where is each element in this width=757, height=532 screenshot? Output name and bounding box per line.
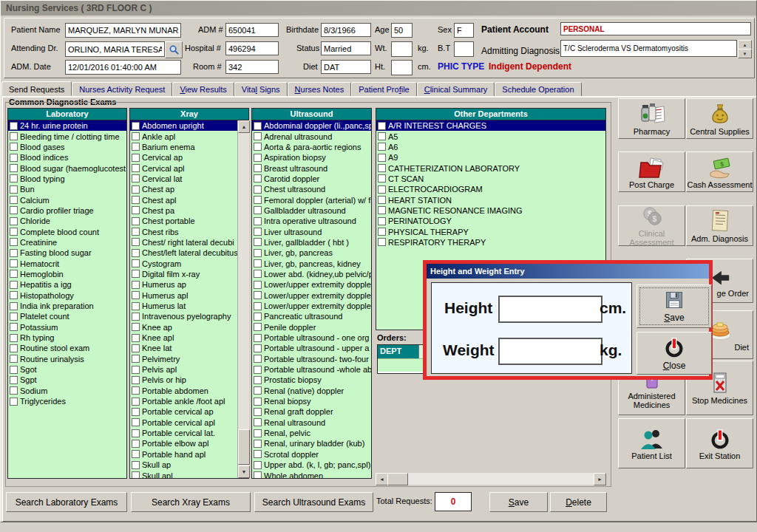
exam-checkbox[interactable] — [254, 196, 262, 204]
exam-item[interactable]: Triglycerides — [8, 396, 126, 406]
search-xray-exams-button[interactable]: Search Xray Exams — [131, 492, 251, 512]
exam-checkbox[interactable] — [378, 196, 386, 204]
exam-item[interactable]: Blood indices — [8, 152, 126, 163]
exam-checkbox[interactable] — [254, 313, 262, 321]
exam-checkbox[interactable] — [132, 408, 140, 416]
exam-item[interactable]: Blood typing — [8, 174, 126, 184]
exam-checkbox[interactable] — [10, 185, 18, 194]
scrollbar-thumb[interactable] — [238, 429, 250, 465]
exam-checkbox[interactable] — [254, 143, 262, 151]
exam-checkbox[interactable] — [10, 249, 18, 257]
exam-checkbox[interactable] — [378, 206, 386, 214]
exam-checkbox[interactable] — [10, 132, 18, 140]
exam-checkbox[interactable] — [254, 154, 262, 162]
exam-item[interactable]: India ink preparation — [8, 301, 126, 311]
exam-checkbox[interactable] — [378, 122, 386, 130]
exam-item[interactable]: Femoral doppler (arterial) w/ f — [252, 194, 371, 205]
exam-item[interactable]: Platelet count — [8, 311, 126, 321]
exam-checkbox[interactable] — [10, 366, 18, 374]
exam-checkbox[interactable] — [10, 323, 18, 331]
exam-checkbox[interactable] — [254, 461, 262, 469]
exam-item[interactable]: Penile doppler — [252, 322, 371, 332]
exam-item[interactable]: Chest apl — [130, 194, 248, 205]
wt-field[interactable] — [391, 41, 413, 57]
exam-checkbox[interactable] — [132, 366, 140, 374]
exam-checkbox[interactable] — [254, 164, 262, 172]
exam-item[interactable]: ELECTROCARDIOGRAM — [376, 184, 605, 194]
exam-item[interactable]: Portable hand apl — [130, 449, 248, 460]
exam-item[interactable]: Whole abdomen — [252, 470, 371, 479]
exam-checkbox[interactable] — [254, 238, 262, 246]
exam-item[interactable]: Hemoglobin — [8, 269, 126, 279]
exam-item[interactable]: Adrenal ultrasound — [252, 131, 371, 141]
exam-checkbox[interactable] — [254, 334, 262, 342]
exam-checkbox[interactable] — [378, 217, 386, 225]
exam-item[interactable]: Routine stool exam — [8, 343, 126, 353]
exam-item[interactable]: Portable elbow apl — [130, 438, 248, 449]
dialog-close-button[interactable]: Close — [637, 332, 712, 375]
exam-checkbox[interactable] — [254, 206, 262, 214]
exam-item[interactable]: Portable ultrasound- two-four — [252, 354, 371, 364]
admitting-dx-field[interactable] — [560, 40, 737, 57]
exam-checkbox[interactable] — [132, 386, 140, 395]
sex-field[interactable] — [454, 23, 474, 38]
exam-checkbox[interactable] — [132, 429, 140, 437]
exam-item[interactable]: Complete blood count — [8, 226, 126, 236]
scroll-up-icon[interactable]: ▲ — [238, 120, 250, 133]
exam-item[interactable]: Hepatitis a igg — [8, 279, 126, 290]
exam-checkbox[interactable] — [254, 418, 262, 426]
cash-assessment-button[interactable]: $Cash Assessment — [686, 151, 753, 192]
exam-item[interactable]: Fasting blood sugar — [8, 248, 126, 258]
post-charge-button[interactable]: Post Charge — [618, 151, 685, 192]
exam-checkbox[interactable] — [254, 302, 262, 310]
exam-item[interactable]: Bleeding time / clotting time — [8, 131, 126, 141]
tab-schedule-operation[interactable]: Schedule Operation — [495, 82, 581, 97]
exam-item[interactable]: Portable cervical ap — [130, 406, 248, 417]
exam-item[interactable]: Abdominal doppler (li.,panc,sp — [252, 120, 371, 131]
exam-item[interactable]: Portable ankle /foot apl — [130, 396, 248, 406]
exam-item[interactable]: Gallbladder ultrasound — [252, 205, 371, 216]
exam-checkbox[interactable] — [10, 206, 18, 214]
exam-item[interactable]: Portable cervical apl — [130, 417, 248, 428]
orders-horizontal-scrollbar[interactable]: ◄ ► — [376, 473, 606, 485]
exam-item[interactable]: Aspiration biopsy — [252, 152, 371, 163]
exam-item[interactable]: Cervical ap — [130, 152, 248, 163]
patient-name-field[interactable] — [65, 23, 181, 38]
exam-checkbox[interactable] — [378, 154, 386, 162]
exam-item[interactable]: Pancreatic ultrasound — [252, 311, 371, 321]
exam-item[interactable]: Knee ap — [130, 322, 248, 332]
adm-no-field[interactable] — [225, 23, 279, 37]
exam-checkbox[interactable] — [254, 386, 262, 395]
exam-item[interactable]: Cervical lat — [130, 174, 248, 184]
exam-checkbox[interactable] — [132, 334, 140, 342]
exam-checkbox[interactable] — [254, 429, 262, 437]
exam-item[interactable]: Humerus apl — [130, 290, 248, 301]
exam-item[interactable]: Intravenous pyelography — [130, 311, 248, 321]
adm-date-field[interactable] — [65, 60, 181, 75]
exam-item[interactable]: Skull ap — [130, 460, 248, 470]
exam-checkbox[interactable] — [254, 270, 262, 278]
scrollbar-thumb[interactable] — [387, 473, 408, 485]
exam-item[interactable]: Liver ultrasound — [252, 226, 371, 236]
exam-item[interactable]: PHYSICAL THERAPY — [376, 226, 605, 236]
weight-input[interactable] — [498, 338, 602, 365]
tab-nurses-activity-request[interactable]: Nurses Activity Request — [72, 82, 172, 97]
exam-item[interactable]: Lower/upper extremity dopple — [252, 301, 371, 311]
exam-checkbox[interactable] — [132, 355, 140, 363]
exam-checkbox[interactable] — [10, 281, 18, 289]
status-field[interactable] — [321, 41, 371, 55]
exam-item[interactable]: Portable cervical lat. — [130, 428, 248, 438]
exam-item[interactable]: Skull apl — [130, 470, 248, 479]
exam-checkbox[interactable] — [132, 344, 140, 352]
exam-checkbox[interactable] — [378, 174, 386, 183]
footer-delete-button[interactable]: Delete — [550, 492, 607, 512]
exam-checkbox[interactable] — [132, 185, 140, 194]
exam-item[interactable]: Cervical apl — [130, 163, 248, 173]
exam-item[interactable]: Renal, pelvic — [252, 428, 371, 438]
exam-checkbox[interactable] — [10, 164, 18, 172]
exam-checkbox[interactable] — [10, 270, 18, 278]
exam-item[interactable]: Ankle apl — [130, 131, 248, 141]
exam-checkbox[interactable] — [132, 471, 140, 479]
exam-item[interactable]: Knee lat — [130, 343, 248, 353]
exam-item[interactable]: Humerus lat — [130, 301, 248, 311]
